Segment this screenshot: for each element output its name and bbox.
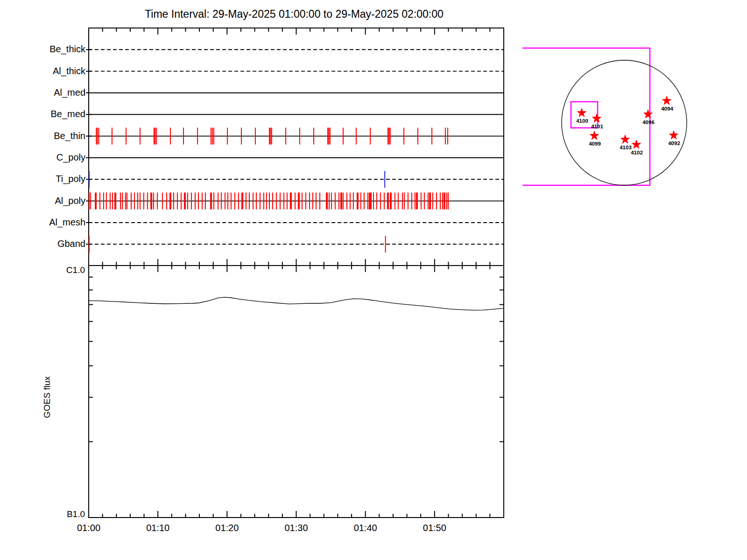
filter-label-al_poly: Al_poly — [15, 196, 85, 205]
active-region-star-4102 — [632, 140, 641, 148]
filter-label-ti_poly: Ti_poly — [15, 174, 85, 183]
active-region-label-4102: 4102 — [631, 150, 643, 155]
active-region-label-4099: 4099 — [589, 141, 601, 147]
active-region-star-4100 — [578, 108, 586, 117]
time-label-0110: 01:10 — [137, 523, 179, 533]
time-label-0150: 01:50 — [414, 523, 456, 533]
filter-label-al_med: Al_med — [15, 88, 85, 97]
filter-label-c_poly: C_poly — [15, 153, 85, 162]
filter-label-al_thick: Al_thick — [15, 66, 85, 76]
plot-root: Time Interval: 29-May-2025 01:00:00 to 2… — [0, 0, 747, 560]
active-region-star-4101 — [592, 114, 601, 122]
filter-label-gband: Gband — [15, 239, 85, 248]
goes-ymin-label: B1.0 — [38, 509, 85, 519]
active-region-label-4096: 4096 — [642, 119, 655, 125]
filter-panel-frame — [89, 28, 504, 266]
time-label-0130: 01:30 — [275, 523, 317, 533]
filter-label-be_med: Be_med — [15, 109, 85, 119]
active-region-label-4092: 4092 — [668, 140, 680, 146]
time-label-0120: 01:20 — [206, 523, 248, 533]
active-region-label-4100: 4100 — [576, 118, 588, 124]
filter-label-al_mesh: Al_mesh — [15, 217, 85, 227]
filter-label-be_thick: Be_thick — [15, 44, 85, 54]
active-region-star-4099 — [590, 131, 599, 140]
goes-flux-curve — [89, 297, 503, 310]
active-region-label-4101: 4101 — [591, 124, 603, 129]
fov-box — [522, 48, 650, 185]
active-region-star-4103 — [621, 135, 630, 143]
active-region-label-4103: 4103 — [620, 145, 632, 150]
active-region-star-4092 — [669, 131, 678, 139]
time-label-0140: 01:40 — [345, 523, 387, 533]
active-region-star-4094 — [662, 96, 671, 105]
plot-canvas: 41004101409941034102409640944092 — [0, 0, 747, 560]
time-label-0100: 01:00 — [68, 523, 110, 533]
goes-ymax-label: C1.0 — [38, 265, 85, 275]
active-region-star-4096 — [644, 110, 653, 118]
filter-label-be_thin: Be_thin — [15, 131, 85, 140]
active-region-label-4094: 4094 — [661, 106, 673, 112]
